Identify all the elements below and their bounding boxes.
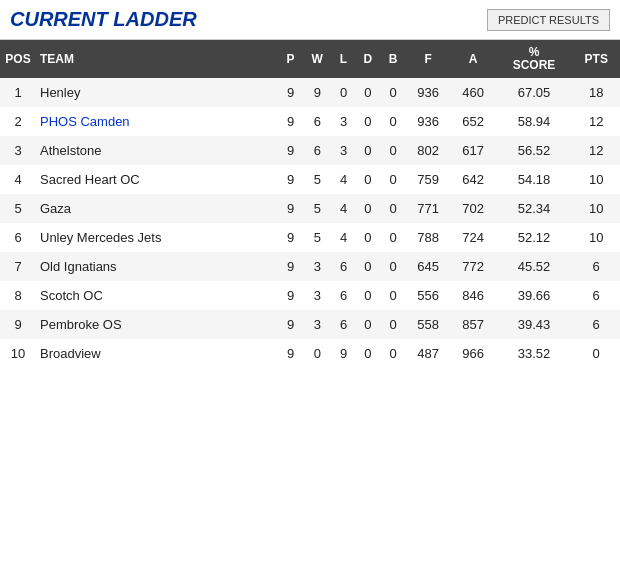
- cell-pts: 6: [572, 310, 620, 339]
- cell-f: 788: [406, 223, 451, 252]
- cell-pos: 4: [0, 165, 36, 194]
- cell-team: Old Ignatians: [36, 252, 278, 281]
- cell-l: 6: [332, 252, 355, 281]
- cell-a: 617: [451, 136, 496, 165]
- cell-team: Pembroke OS: [36, 310, 278, 339]
- col-pos: POS: [0, 40, 36, 78]
- cell-w: 3: [303, 281, 332, 310]
- cell-d: 0: [355, 281, 380, 310]
- table-row: 4Sacred Heart OC9540075964254.1810: [0, 165, 620, 194]
- cell-l: 6: [332, 310, 355, 339]
- cell-pts: 12: [572, 136, 620, 165]
- cell-a: 642: [451, 165, 496, 194]
- col-pts: PTS: [572, 40, 620, 78]
- cell-b: 0: [380, 310, 405, 339]
- cell-score: 54.18: [496, 165, 573, 194]
- cell-w: 6: [303, 136, 332, 165]
- cell-f: 936: [406, 78, 451, 107]
- cell-pts: 18: [572, 78, 620, 107]
- page-header: CURRENT LADDER PREDICT RESULTS: [0, 0, 620, 40]
- cell-team: Gaza: [36, 194, 278, 223]
- col-w: W: [303, 40, 332, 78]
- cell-f: 936: [406, 107, 451, 136]
- cell-pts: 10: [572, 223, 620, 252]
- cell-p: 9: [278, 339, 302, 368]
- cell-a: 966: [451, 339, 496, 368]
- cell-team: Henley: [36, 78, 278, 107]
- page-title: CURRENT LADDER: [10, 8, 197, 31]
- table-row: 9Pembroke OS9360055885739.436: [0, 310, 620, 339]
- cell-b: 0: [380, 136, 405, 165]
- cell-d: 0: [355, 252, 380, 281]
- table-row: 10Broadview9090048796633.520: [0, 339, 620, 368]
- cell-w: 6: [303, 107, 332, 136]
- cell-b: 0: [380, 339, 405, 368]
- cell-w: 9: [303, 78, 332, 107]
- table-body: 1Henley9900093646067.05182PHOS Camden963…: [0, 78, 620, 368]
- cell-a: 857: [451, 310, 496, 339]
- cell-team: PHOS Camden: [36, 107, 278, 136]
- cell-pts: 6: [572, 252, 620, 281]
- cell-pos: 10: [0, 339, 36, 368]
- cell-a: 652: [451, 107, 496, 136]
- cell-w: 5: [303, 165, 332, 194]
- table-row: 8Scotch OC9360055684639.666: [0, 281, 620, 310]
- cell-f: 556: [406, 281, 451, 310]
- cell-a: 724: [451, 223, 496, 252]
- cell-d: 0: [355, 107, 380, 136]
- cell-b: 0: [380, 252, 405, 281]
- cell-pos: 7: [0, 252, 36, 281]
- cell-d: 0: [355, 223, 380, 252]
- cell-p: 9: [278, 194, 302, 223]
- cell-d: 0: [355, 310, 380, 339]
- cell-w: 5: [303, 194, 332, 223]
- cell-d: 0: [355, 194, 380, 223]
- cell-team: Scotch OC: [36, 281, 278, 310]
- cell-pts: 0: [572, 339, 620, 368]
- cell-f: 558: [406, 310, 451, 339]
- cell-p: 9: [278, 78, 302, 107]
- table-row: 5Gaza9540077170252.3410: [0, 194, 620, 223]
- table-row: 3Athelstone9630080261756.5212: [0, 136, 620, 165]
- cell-score: 45.52: [496, 252, 573, 281]
- cell-f: 645: [406, 252, 451, 281]
- predict-results-button[interactable]: PREDICT RESULTS: [487, 9, 610, 31]
- col-b: B: [380, 40, 405, 78]
- cell-score: 67.05: [496, 78, 573, 107]
- cell-b: 0: [380, 194, 405, 223]
- cell-l: 9: [332, 339, 355, 368]
- ladder-table: POS TEAM P W L D B F A %SCORE PTS 1Henle…: [0, 40, 620, 368]
- cell-b: 0: [380, 78, 405, 107]
- col-d: D: [355, 40, 380, 78]
- table-row: 1Henley9900093646067.0518: [0, 78, 620, 107]
- cell-b: 0: [380, 281, 405, 310]
- table-row: 7Old Ignatians9360064577245.526: [0, 252, 620, 281]
- col-a: A: [451, 40, 496, 78]
- cell-score: 39.66: [496, 281, 573, 310]
- cell-b: 0: [380, 165, 405, 194]
- cell-l: 3: [332, 107, 355, 136]
- cell-p: 9: [278, 223, 302, 252]
- col-score: %SCORE: [496, 40, 573, 78]
- cell-score: 39.43: [496, 310, 573, 339]
- cell-pts: 10: [572, 165, 620, 194]
- cell-d: 0: [355, 339, 380, 368]
- cell-p: 9: [278, 252, 302, 281]
- cell-p: 9: [278, 281, 302, 310]
- cell-a: 702: [451, 194, 496, 223]
- cell-pos: 5: [0, 194, 36, 223]
- cell-w: 3: [303, 310, 332, 339]
- cell-f: 771: [406, 194, 451, 223]
- cell-score: 52.34: [496, 194, 573, 223]
- table-header-row: POS TEAM P W L D B F A %SCORE PTS: [0, 40, 620, 78]
- cell-d: 0: [355, 136, 380, 165]
- cell-w: 3: [303, 252, 332, 281]
- cell-f: 759: [406, 165, 451, 194]
- cell-pos: 9: [0, 310, 36, 339]
- cell-l: 4: [332, 223, 355, 252]
- cell-pts: 6: [572, 281, 620, 310]
- col-p: P: [278, 40, 302, 78]
- cell-score: 33.52: [496, 339, 573, 368]
- cell-w: 0: [303, 339, 332, 368]
- cell-pts: 10: [572, 194, 620, 223]
